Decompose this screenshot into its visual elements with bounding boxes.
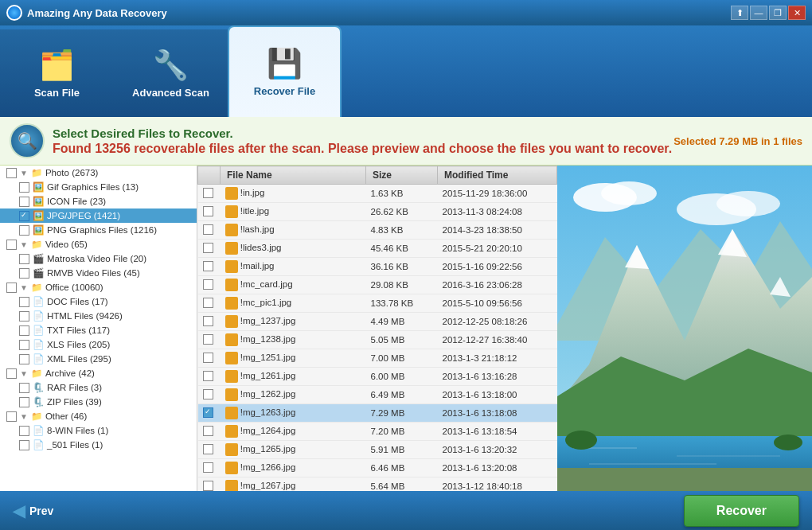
checkbox-jpg[interactable] xyxy=(19,211,29,221)
tree-item-gif[interactable]: 🖼️ Gif Graphics Files (13) xyxy=(0,180,197,194)
checkbox-icon[interactable] xyxy=(19,197,29,207)
tab-advanced-scan[interactable]: 🔧 Advanced Scan xyxy=(114,29,228,117)
file-checkbox[interactable] xyxy=(203,279,213,290)
file-checkbox-cell[interactable] xyxy=(198,404,221,423)
save-button[interactable]: ⬆ xyxy=(731,6,748,20)
checkbox-rar[interactable] xyxy=(19,383,29,393)
checkbox-zip[interactable] xyxy=(19,397,29,407)
table-row[interactable]: !mg_1238.jpg5.05 MB2012-12-27 16:38:40 xyxy=(198,331,557,349)
tree-item-txt[interactable]: 📄 TXT Files (117) xyxy=(0,323,197,337)
file-checkbox-cell[interactable] xyxy=(198,185,221,203)
tree-item-rar[interactable]: 🗜️ RAR Files (3) xyxy=(0,380,197,395)
file-checkbox-cell[interactable] xyxy=(198,423,221,441)
file-checkbox-cell[interactable] xyxy=(198,203,221,221)
checkbox-other[interactable] xyxy=(6,411,17,422)
table-row[interactable]: !mg_1263.jpg7.29 MB2013-1-6 13:18:08 xyxy=(198,404,557,423)
tree-item-xml[interactable]: 📄 XML Files (295) xyxy=(0,352,197,366)
restore-button[interactable]: ❐ xyxy=(769,6,787,20)
table-row[interactable]: !mg_1265.jpg5.91 MB2013-1-6 13:20:32 xyxy=(198,441,557,459)
file-checkbox-cell[interactable] xyxy=(198,459,221,477)
file-checkbox[interactable] xyxy=(203,407,213,418)
file-checkbox[interactable] xyxy=(203,353,213,363)
checkbox-html[interactable] xyxy=(19,311,29,322)
table-row[interactable]: !mc_pic1.jpg133.78 KB2015-5-10 09:56:56 xyxy=(198,294,557,313)
checkbox-matroska[interactable] xyxy=(19,254,29,264)
file-checkbox[interactable] xyxy=(203,298,213,308)
tree-item-matroska[interactable]: 🎬 Matroska Video File (20) xyxy=(0,251,197,266)
tree-item-photo[interactable]: ▼ 📁 Photo (2673) xyxy=(0,166,197,180)
table-row[interactable]: !mg_1267.jpg5.64 MB2013-1-12 18:40:18 xyxy=(198,477,557,492)
minimize-button[interactable]: — xyxy=(750,6,767,20)
file-checkbox[interactable] xyxy=(203,316,213,326)
file-checkbox-cell[interactable] xyxy=(198,386,221,404)
file-checkbox[interactable] xyxy=(203,371,213,381)
tree-item-other[interactable]: ▼ 📁 Other (46) xyxy=(0,409,197,423)
file-checkbox[interactable] xyxy=(203,206,213,216)
table-row[interactable]: !mg_1264.jpg7.20 MB2013-1-6 13:18:54 xyxy=(198,423,557,441)
checkbox-xls[interactable] xyxy=(19,340,29,350)
file-checkbox-cell[interactable] xyxy=(198,240,221,258)
file-checkbox[interactable] xyxy=(203,481,213,491)
checkbox-gif[interactable] xyxy=(19,182,29,193)
file-checkbox[interactable] xyxy=(203,224,213,235)
file-checkbox[interactable] xyxy=(203,462,213,473)
file-checkbox[interactable] xyxy=(203,261,213,271)
tree-item-doc[interactable]: 📄 DOC Files (17) xyxy=(0,294,197,309)
file-checkbox-cell[interactable] xyxy=(198,294,221,313)
tree-item-archive[interactable]: ▼ 📁 Archive (42) xyxy=(0,366,197,380)
tab-scan-file[interactable]: 🗂️ Scan File xyxy=(0,29,114,117)
tree-item-icon[interactable]: 🖼️ ICON File (23) xyxy=(0,194,197,208)
table-row[interactable]: !lides3.jpg45.46 KB2015-5-21 20:20:10 xyxy=(198,240,557,258)
table-row[interactable]: !mg_1262.jpg6.49 MB2013-1-6 13:18:00 xyxy=(198,386,557,404)
file-checkbox[interactable] xyxy=(203,334,213,345)
tree-item-501[interactable]: 📄 _501 Files (1) xyxy=(0,438,197,452)
file-checkbox-cell[interactable] xyxy=(198,258,221,276)
file-checkbox[interactable] xyxy=(203,444,213,454)
file-checkbox[interactable] xyxy=(203,389,213,399)
file-checkbox-cell[interactable] xyxy=(198,441,221,459)
table-row[interactable]: !mail.jpg36.16 KB2015-1-16 09:22:56 xyxy=(198,258,557,276)
checkbox-office[interactable] xyxy=(6,283,17,293)
checkbox-photo[interactable] xyxy=(6,168,17,178)
checkbox-png[interactable] xyxy=(19,225,29,236)
tree-item-video[interactable]: ▼ 📁 Video (65) xyxy=(0,237,197,251)
table-row[interactable]: !itle.jpg26.62 KB2013-11-3 08:24:08 xyxy=(198,203,557,221)
tree-item-png[interactable]: 🖼️ PNG Graphics Files (1216) xyxy=(0,223,197,237)
file-checkbox-cell[interactable] xyxy=(198,368,221,386)
tree-item-rmvb[interactable]: 🎬 RMVB Video Files (45) xyxy=(0,266,197,280)
file-checkbox[interactable] xyxy=(203,426,213,436)
file-table[interactable]: File Name Size Modified Time !in.jpg1.63… xyxy=(197,166,557,491)
prev-button[interactable]: ◀ Prev xyxy=(13,501,53,520)
checkbox-501[interactable] xyxy=(19,440,29,450)
file-checkbox[interactable] xyxy=(203,243,213,253)
file-checkbox-cell[interactable] xyxy=(198,313,221,331)
table-row[interactable]: !mg_1261.jpg6.00 MB2013-1-6 13:16:28 xyxy=(198,368,557,386)
checkbox-8win[interactable] xyxy=(19,426,29,436)
table-row[interactable]: !mg_1251.jpg7.00 MB2013-1-3 21:18:12 xyxy=(198,349,557,368)
checkbox-video[interactable] xyxy=(6,240,17,250)
file-checkbox-cell[interactable] xyxy=(198,477,221,492)
tree-item-zip[interactable]: 🗜️ ZIP Files (39) xyxy=(0,395,197,409)
file-checkbox[interactable] xyxy=(203,188,213,198)
checkbox-xml[interactable] xyxy=(19,354,29,364)
table-row[interactable]: !mg_1266.jpg6.46 MB2013-1-6 13:20:08 xyxy=(198,459,557,477)
tree-item-office[interactable]: ▼ 📁 Office (10060) xyxy=(0,280,197,294)
tree-item-8win[interactable]: 📄 8-WIN Files (1) xyxy=(0,423,197,438)
tab-recover-file[interactable]: 💾 Recover File xyxy=(228,25,342,117)
file-checkbox-cell[interactable] xyxy=(198,276,221,294)
checkbox-rmvb[interactable] xyxy=(19,268,29,279)
checkbox-doc[interactable] xyxy=(19,297,29,307)
file-checkbox-cell[interactable] xyxy=(198,331,221,349)
tree-item-jpg[interactable]: 🖼️ JPG/JPEG (1421) xyxy=(0,208,197,223)
tree-item-xls[interactable]: 📄 XLS Files (205) xyxy=(0,337,197,352)
table-row[interactable]: !in.jpg1.63 KB2015-11-29 18:36:00 xyxy=(198,185,557,203)
left-panel[interactable]: ▼ 📁 Photo (2673) 🖼️ Gif Graphics Files (… xyxy=(0,166,197,491)
recover-button[interactable]: Recover xyxy=(684,495,799,527)
tree-item-html[interactable]: 📄 HTML Files (9426) xyxy=(0,309,197,323)
table-row[interactable]: !mg_1237.jpg4.49 MB2012-12-25 08:18:26 xyxy=(198,313,557,331)
checkbox-archive[interactable] xyxy=(6,368,17,379)
table-row[interactable]: !lash.jpg4.83 KB2014-3-23 18:38:50 xyxy=(198,221,557,240)
checkbox-txt[interactable] xyxy=(19,325,29,336)
file-checkbox-cell[interactable] xyxy=(198,221,221,240)
table-row[interactable]: !mc_card.jpg29.08 KB2016-3-16 23:06:28 xyxy=(198,276,557,294)
